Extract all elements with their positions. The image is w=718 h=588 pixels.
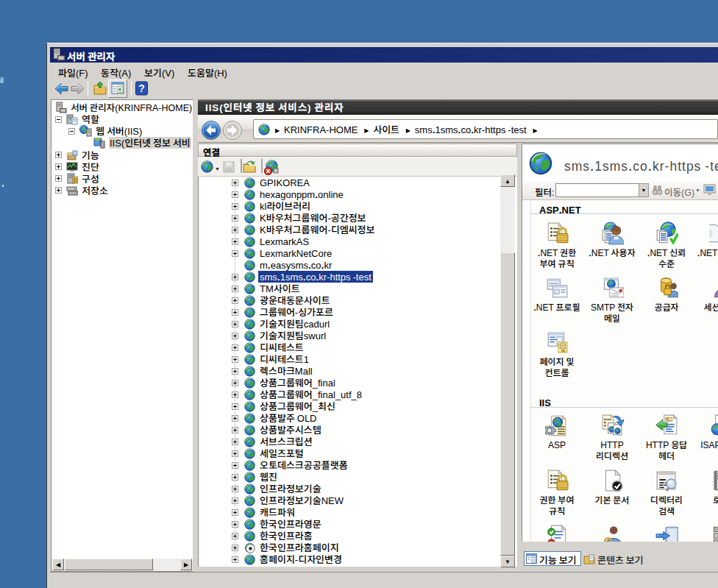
svg-text:?: ?	[138, 82, 145, 94]
